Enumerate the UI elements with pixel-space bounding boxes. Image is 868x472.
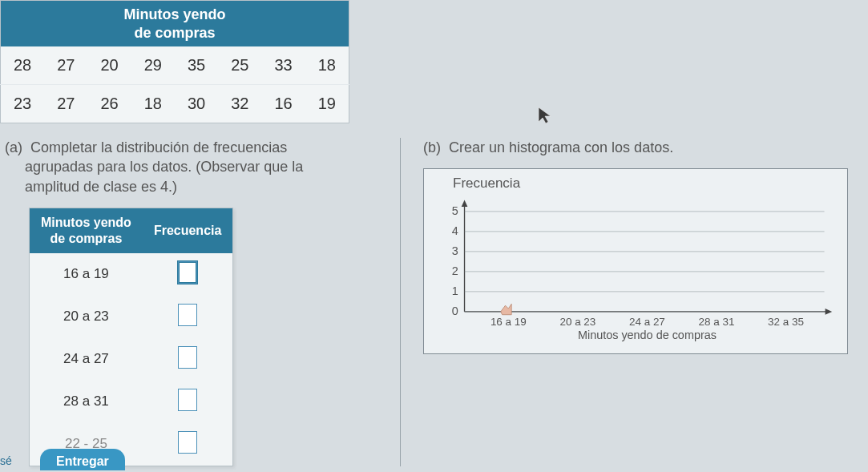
freq-value-cell xyxy=(143,296,233,338)
freq-value-cell xyxy=(143,338,233,381)
part-b-prompt: (b) Crear un histograma con los datos. xyxy=(423,138,860,157)
part-b: (b) Crear un histograma con los datos. F… xyxy=(401,138,868,354)
data-cell: 29 xyxy=(131,46,175,85)
xtick-0: 16 a 19 xyxy=(491,316,527,328)
freq-row: 24 a 27 xyxy=(30,338,233,381)
freq-class: 20 a 23 xyxy=(30,296,143,338)
svg-marker-3 xyxy=(826,309,833,315)
freq-value-cell xyxy=(143,381,233,423)
freq-class: 28 a 31 xyxy=(30,381,143,423)
freq-row: 28 a 31 xyxy=(30,381,233,423)
freq-value-cell xyxy=(143,253,233,296)
ytick-3: 3 xyxy=(452,244,458,257)
freq-class: 24 a 27 xyxy=(30,338,143,381)
freq-input-1[interactable] xyxy=(178,304,197,326)
data-cell: 30 xyxy=(175,85,218,123)
freq-h1-l1: Minutos yendo xyxy=(41,216,131,229)
entregar-button[interactable]: Entregar xyxy=(40,449,125,470)
freq-input-2[interactable] xyxy=(178,346,197,369)
part-a: (a) Completar la distribución de frecuen… xyxy=(0,138,401,466)
ytick-2: 2 xyxy=(452,264,458,277)
data-cell: 18 xyxy=(131,85,175,123)
freq-header-class: Minutos yendo de compras xyxy=(30,208,143,253)
xtick-3: 28 a 31 xyxy=(699,316,735,328)
histogram-box: Frecuencia xyxy=(423,168,848,354)
data-cell: 32 xyxy=(218,85,261,123)
mouse-cursor-icon xyxy=(537,106,553,125)
frequency-table: Minutos yendo de compras Frecuencia 16 a… xyxy=(29,208,233,466)
freq-header-count: Frecuencia xyxy=(143,208,233,253)
data-table-header-line2: de compras xyxy=(134,25,215,41)
table-row: 28 27 20 29 35 25 33 18 xyxy=(1,46,349,85)
data-cell: 16 xyxy=(262,85,305,123)
ytick-5: 5 xyxy=(452,204,458,217)
data-cell: 26 xyxy=(88,85,131,123)
ytick-1: 1 xyxy=(452,284,458,297)
xtick-4: 32 a 35 xyxy=(768,316,804,328)
pointer-hand-icon xyxy=(501,305,511,315)
question-row: (a) Completar la distribución de frecuen… xyxy=(0,138,868,466)
ytick-4: 4 xyxy=(452,224,458,237)
data-cell: 23 xyxy=(1,85,45,123)
xtick-2: 24 a 27 xyxy=(629,316,665,328)
part-a-label: (a) xyxy=(5,139,22,155)
freq-value-cell xyxy=(143,423,233,466)
data-cell: 27 xyxy=(44,46,87,85)
freq-row: 16 a 19 xyxy=(30,253,233,296)
data-table-header: Minutos yendo de compras xyxy=(1,1,349,47)
histogram-svg: 0 1 2 3 4 5 16 a 19 20 a 23 24 a 27 28 a… xyxy=(435,193,836,345)
freq-row: 20 a 23 xyxy=(30,296,233,338)
chart-y-title: Frecuencia xyxy=(453,175,836,192)
freq-class: 16 a 19 xyxy=(30,253,143,296)
data-cell: 33 xyxy=(262,46,305,85)
data-cell: 18 xyxy=(305,46,349,85)
svg-marker-1 xyxy=(462,200,468,208)
part-a-text-1: Completar la distribución de frecuencias xyxy=(30,139,287,155)
freq-input-4[interactable] xyxy=(178,431,197,454)
no-se-text: sé xyxy=(0,454,12,467)
data-table-header-line1: Minutos yendo xyxy=(124,6,226,22)
ytick-0: 0 xyxy=(452,305,458,317)
x-axis-label: Minutos yendo de compras xyxy=(578,329,717,342)
histogram-canvas[interactable]: 0 1 2 3 4 5 16 a 19 20 a 23 24 a 27 28 a… xyxy=(435,193,836,345)
part-a-text-3: amplitud de clase es 4.) xyxy=(25,179,177,195)
part-b-label: (b) xyxy=(423,139,441,155)
data-cell: 28 xyxy=(1,46,45,85)
freq-input-0[interactable] xyxy=(178,261,197,284)
data-values-table: Minutos yendo de compras 28 27 20 29 35 … xyxy=(0,0,349,123)
freq-input-3[interactable] xyxy=(178,389,197,411)
data-cell: 25 xyxy=(218,46,261,85)
gridlines xyxy=(465,212,825,312)
data-cell: 19 xyxy=(305,85,349,123)
part-a-prompt: (a) Completar la distribución de frecuen… xyxy=(5,138,392,196)
part-b-text: Crear un histograma con los datos. xyxy=(449,139,673,155)
part-a-text-2: agrupadas para los datos. (Observar que … xyxy=(25,159,303,175)
data-cell: 35 xyxy=(175,46,218,85)
freq-h1-l2: de compras xyxy=(50,232,123,245)
data-cell: 27 xyxy=(44,85,87,123)
table-row: 23 27 26 18 30 32 16 19 xyxy=(1,85,349,123)
xtick-1: 20 a 23 xyxy=(559,316,595,328)
data-cell: 20 xyxy=(88,46,131,85)
